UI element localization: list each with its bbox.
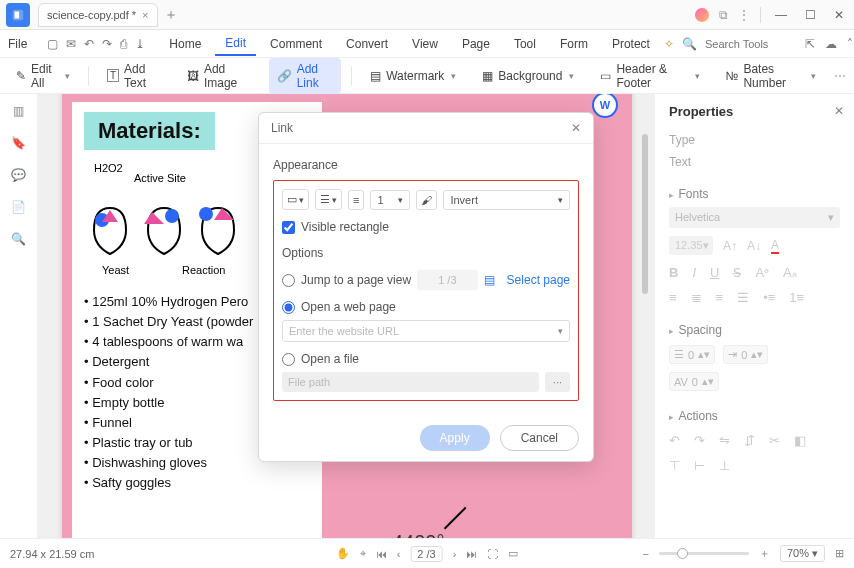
share-icon[interactable]: ⧉ <box>719 8 728 22</box>
cloud-icon[interactable]: ☁ <box>825 37 837 51</box>
background-button[interactable]: ▦ Background▾ <box>474 65 582 87</box>
word-export-badge[interactable]: W <box>592 94 618 118</box>
prev-page-icon[interactable]: ‹ <box>397 548 401 560</box>
vertical-scrollbar[interactable] <box>640 94 650 538</box>
reading-mode-icon[interactable]: ▭ <box>508 547 518 560</box>
rotate-right-icon[interactable]: ↷ <box>694 433 705 448</box>
first-page-icon[interactable]: ⏮ <box>376 548 387 560</box>
page-indicator[interactable]: 2 /3 <box>410 546 442 562</box>
highlight-select[interactable]: Invert▾ <box>443 190 570 210</box>
align-bottom-icon[interactable]: ⊥ <box>719 458 730 473</box>
chevron-up-icon[interactable]: ˄ <box>847 37 853 51</box>
flip-h-icon[interactable]: ⇋ <box>719 433 730 448</box>
search-input[interactable] <box>705 38 795 50</box>
menu-page[interactable]: Page <box>452 33 500 55</box>
align-center-icon[interactable]: ≣ <box>691 290 702 305</box>
opacity-icon[interactable]: ◧ <box>794 433 806 448</box>
decrease-font-icon[interactable]: A↓ <box>747 239 761 253</box>
undo-icon[interactable]: ↶ <box>84 37 94 51</box>
select-tool-icon[interactable]: ⌖ <box>360 547 366 560</box>
underline-icon[interactable]: U <box>710 265 719 280</box>
select-page-link[interactable]: Select page <box>507 273 570 287</box>
font-size-select[interactable]: 12.35▾ <box>669 236 713 255</box>
header-footer-button[interactable]: ▭ Header & Footer▾ <box>592 58 707 94</box>
account-icon[interactable] <box>695 8 709 22</box>
menu-comment[interactable]: Comment <box>260 33 332 55</box>
file-path-input[interactable]: File path <box>282 372 539 392</box>
dialog-close-icon[interactable]: ✕ <box>571 121 581 135</box>
align-middle-icon[interactable]: ⊢ <box>694 458 705 473</box>
add-image-button[interactable]: 🖼 Add Image <box>179 58 259 94</box>
menu-protect[interactable]: Protect <box>602 33 660 55</box>
menu-edit[interactable]: Edit <box>215 32 256 56</box>
zoom-out-icon[interactable]: − <box>642 548 648 560</box>
italic-icon[interactable]: I <box>692 265 696 280</box>
bookmarks-icon[interactable]: 🔖 <box>11 136 26 150</box>
spacing-section[interactable]: Spacing <box>669 323 840 337</box>
apply-button[interactable]: Apply <box>420 425 490 451</box>
url-input[interactable]: Enter the website URL▾ <box>282 320 570 342</box>
cancel-button[interactable]: Cancel <box>500 425 579 451</box>
strike-icon[interactable]: S̶ <box>733 265 741 280</box>
search-tools[interactable]: ✧ 🔍 <box>664 37 795 51</box>
maximize-button[interactable]: ☐ <box>801 6 820 24</box>
add-text-button[interactable]: T Add Text <box>99 58 169 94</box>
menu-home[interactable]: Home <box>159 33 211 55</box>
mail-icon[interactable]: ✉ <box>66 37 76 51</box>
zoom-value[interactable]: 70% ▾ <box>780 545 825 562</box>
align-left-icon[interactable]: ≡ <box>669 290 677 305</box>
browse-button[interactable]: ··· <box>545 372 570 392</box>
font-color-icon[interactable]: A <box>771 238 779 254</box>
align-justify-icon[interactable]: ☰ <box>737 290 749 305</box>
watermark-button[interactable]: ▤ Watermark▾ <box>362 65 464 87</box>
jump-to-page-option[interactable]: Jump to a page view 1 /3 ▤ Select page <box>282 270 570 290</box>
add-link-button[interactable]: 🔗 Add Link <box>269 58 342 94</box>
menu-form[interactable]: Form <box>550 33 598 55</box>
document-tab[interactable]: science-copy.pdf * × <box>38 3 158 27</box>
export-icon[interactable]: ⇱ <box>805 37 815 51</box>
line-spacing-input[interactable]: ☰ 0 ▴▾ <box>669 345 715 364</box>
new-tab-button[interactable]: ＋ <box>164 6 178 24</box>
bates-number-button[interactable]: № Bates Number▾ <box>718 58 825 94</box>
menu-view[interactable]: View <box>402 33 448 55</box>
open-file-option[interactable]: Open a file <box>282 352 570 366</box>
properties-close-icon[interactable]: ✕ <box>834 104 844 118</box>
zoom-slider[interactable] <box>659 552 749 555</box>
char-spacing-input[interactable]: AV 0 ▴▾ <box>669 372 719 391</box>
more-icon[interactable]: ⋮ <box>738 8 750 22</box>
open-icon[interactable]: ▢ <box>47 37 58 51</box>
actions-section[interactable]: Actions <box>669 409 840 423</box>
menu-tool[interactable]: Tool <box>504 33 546 55</box>
line-dash-select[interactable]: ≡ <box>348 190 364 210</box>
toolbar-more-icon[interactable]: ⋯ <box>834 69 846 83</box>
font-family-select[interactable]: Helvetica▾ <box>669 207 840 228</box>
superscript-icon[interactable]: Aᵃ <box>755 265 769 280</box>
attachments-icon[interactable]: 📄 <box>11 200 26 214</box>
increase-font-icon[interactable]: A↑ <box>723 239 737 253</box>
select-page-icon[interactable]: ▤ <box>484 273 495 287</box>
link-style-select[interactable]: ▭ ▾ <box>282 189 309 210</box>
hand-tool-icon[interactable]: ✋ <box>336 547 350 560</box>
open-web-option[interactable]: Open a web page <box>282 300 570 314</box>
print-icon[interactable]: ⎙ <box>120 37 127 51</box>
line-style-select[interactable]: ☰ ▾ <box>315 189 342 210</box>
subscript-icon[interactable]: Aₐ <box>783 265 797 280</box>
next-page-icon[interactable]: › <box>453 548 457 560</box>
flip-v-icon[interactable]: ⇵ <box>744 433 755 448</box>
align-right-icon[interactable]: ≡ <box>716 290 724 305</box>
crop-icon[interactable]: ✂ <box>769 433 780 448</box>
fit-page-icon[interactable]: ⛶ <box>487 548 498 560</box>
edit-all-button[interactable]: ✎ Edit All▾ <box>8 58 78 94</box>
file-menu[interactable]: File <box>8 37 33 51</box>
align-top-icon[interactable]: ⊤ <box>669 458 680 473</box>
last-page-icon[interactable]: ⏭ <box>466 548 477 560</box>
save-icon[interactable]: ⤓ <box>135 37 145 51</box>
jump-page-field[interactable]: 1 /3 <box>417 270 478 290</box>
search-panel-icon[interactable]: 🔍 <box>11 232 26 246</box>
indent-input[interactable]: ⇥ 0 ▴▾ <box>723 345 768 364</box>
list-number-icon[interactable]: 1≡ <box>789 290 804 305</box>
thumbnails-icon[interactable]: ▥ <box>13 104 24 118</box>
bold-icon[interactable]: B <box>669 265 678 280</box>
line-width-select[interactable]: 1▾ <box>370 190 410 210</box>
menu-convert[interactable]: Convert <box>336 33 398 55</box>
